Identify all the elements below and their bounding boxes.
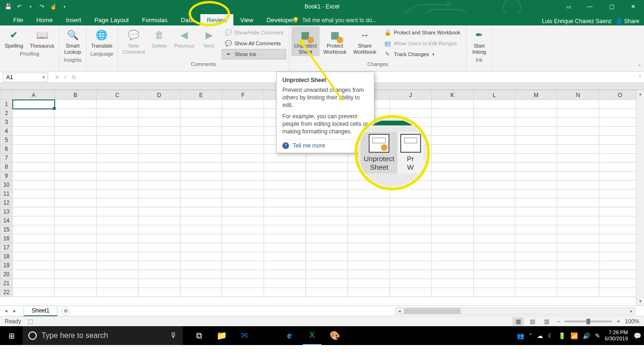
cell-J13[interactable] [389, 207, 431, 216]
cell-O20[interactable] [599, 270, 641, 279]
cell-H10[interactable] [306, 181, 348, 189]
cell-F22[interactable] [222, 288, 264, 297]
cell-H20[interactable] [306, 270, 348, 279]
cell-G12[interactable] [264, 198, 306, 207]
cell-M18[interactable] [515, 252, 557, 261]
row-header-4[interactable]: 4 [0, 127, 13, 136]
scroll-down-icon[interactable]: ▾ [636, 297, 644, 305]
cell-E1[interactable] [180, 100, 222, 109]
cell-D7[interactable] [138, 154, 180, 163]
view-page-break-button[interactable]: ▥ [541, 317, 552, 326]
col-header-E[interactable]: E [180, 90, 222, 100]
cell-E15[interactable] [180, 225, 222, 234]
thesaurus-button[interactable]: 📖 Thesaurus [27, 26, 57, 50]
cell-E17[interactable] [180, 243, 222, 252]
cell-B11[interactable] [55, 189, 97, 198]
name-box[interactable]: A1 ▾ [3, 73, 48, 82]
row-header-10[interactable]: 10 [0, 181, 13, 189]
cell-I10[interactable] [348, 181, 390, 189]
start-button[interactable]: ⊞ [0, 326, 23, 345]
cell-G14[interactable] [264, 216, 306, 225]
minimize-button[interactable]: — [579, 0, 601, 13]
cell-E20[interactable] [180, 270, 222, 279]
battery-icon[interactable]: 🔋 [558, 332, 566, 339]
cell-J10[interactable] [389, 181, 431, 189]
cell-E3[interactable] [180, 118, 222, 127]
cell-G9[interactable] [264, 172, 306, 181]
cell-D14[interactable] [138, 216, 180, 225]
cell-O13[interactable] [599, 207, 641, 216]
cell-A11[interactable] [13, 189, 55, 198]
cell-O2[interactable] [599, 109, 641, 118]
cell-O15[interactable] [599, 225, 641, 234]
sheet-tab-1[interactable]: Sheet1 [24, 305, 58, 316]
cell-C16[interactable] [96, 234, 138, 243]
cell-B16[interactable] [55, 234, 97, 243]
cell-E6[interactable] [180, 145, 222, 154]
cell-D22[interactable] [138, 288, 180, 297]
cell-E8[interactable] [180, 163, 222, 172]
edge-icon[interactable]: e [280, 326, 299, 345]
tab-formulas[interactable]: Formulas [135, 14, 174, 25]
cell-D10[interactable] [138, 181, 180, 189]
tooltip-tell-me-more[interactable]: ? Tell me more [282, 139, 368, 149]
cell-I22[interactable] [348, 288, 390, 297]
cell-B4[interactable] [55, 127, 97, 136]
cell-E7[interactable] [180, 154, 222, 163]
cell-B14[interactable] [55, 216, 97, 225]
cell-D13[interactable] [138, 207, 180, 216]
cell-K14[interactable] [431, 216, 473, 225]
cell-F14[interactable] [222, 216, 264, 225]
hscroll-thumb[interactable] [404, 308, 461, 314]
col-header-K[interactable]: K [431, 90, 473, 100]
cell-F17[interactable] [222, 243, 264, 252]
cell-G15[interactable] [264, 225, 306, 234]
cell-E12[interactable] [180, 198, 222, 207]
cell-H13[interactable] [306, 207, 348, 216]
tray-up-icon[interactable]: ˄ [529, 332, 532, 339]
cell-J2[interactable] [389, 109, 431, 118]
cell-I20[interactable] [348, 270, 390, 279]
cell-J17[interactable] [389, 243, 431, 252]
row-header-2[interactable]: 2 [0, 109, 13, 118]
protect-workbook-button[interactable]: ▦ Protect Workbook [321, 26, 349, 56]
cell-M22[interactable] [515, 288, 557, 297]
cell-F21[interactable] [222, 279, 264, 288]
cell-N22[interactable] [557, 288, 599, 297]
row-header-16[interactable]: 16 [0, 234, 13, 243]
cell-K21[interactable] [431, 279, 473, 288]
cell-C3[interactable] [96, 118, 138, 127]
col-header-N[interactable]: N [557, 90, 599, 100]
cell-A6[interactable] [13, 145, 55, 154]
cell-C10[interactable] [96, 181, 138, 189]
cell-L21[interactable] [473, 279, 515, 288]
unprotect-sheet-button[interactable]: ▦ Unprotect Sheet [291, 26, 320, 56]
col-header-L[interactable]: L [473, 90, 515, 100]
cell-A3[interactable] [13, 118, 55, 127]
cell-A7[interactable] [13, 154, 55, 163]
redo-icon[interactable]: ↷ [38, 2, 46, 11]
cell-I16[interactable] [348, 234, 390, 243]
cell-K15[interactable] [431, 225, 473, 234]
cell-A19[interactable] [13, 261, 55, 270]
cell-K11[interactable] [431, 189, 473, 198]
cell-J12[interactable] [389, 198, 431, 207]
cell-K20[interactable] [431, 270, 473, 279]
cell-H9[interactable] [306, 172, 348, 181]
cell-K1[interactable] [431, 100, 473, 109]
cell-A10[interactable] [13, 181, 55, 189]
zoom-out-button[interactable]: − [555, 318, 562, 325]
cell-H14[interactable] [306, 216, 348, 225]
cell-A1[interactable] [13, 100, 55, 109]
cell-G18[interactable] [264, 252, 306, 261]
cell-J6[interactable] [389, 145, 431, 154]
cell-B6[interactable] [55, 145, 97, 154]
cell-E5[interactable] [180, 136, 222, 145]
cell-L3[interactable] [473, 118, 515, 127]
cell-L13[interactable] [473, 207, 515, 216]
cell-I14[interactable] [348, 216, 390, 225]
cell-E16[interactable] [180, 234, 222, 243]
cell-F8[interactable] [222, 163, 264, 172]
row-header-20[interactable]: 20 [0, 270, 13, 279]
cell-D6[interactable] [138, 145, 180, 154]
